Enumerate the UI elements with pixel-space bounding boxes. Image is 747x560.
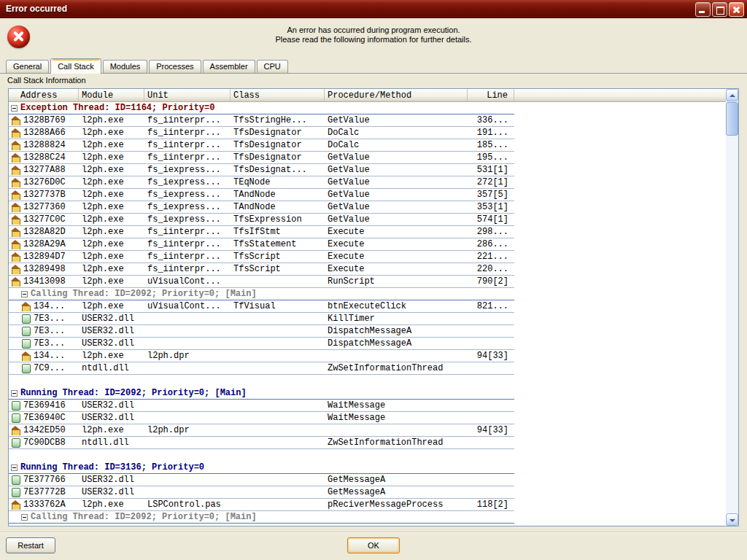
stack-entry-row[interactable]: 13277A88l2ph.exefs_iexpress...TfsDesigna… xyxy=(9,164,514,176)
stack-entry-row[interactable]: 1327737Bl2ph.exefs_iexpress...TAndNodeGe… xyxy=(9,189,514,201)
thread-header-row[interactable]: Running Thread: ID=3136; Priority=0 xyxy=(9,462,514,474)
unit-cell: fs_iexpress... xyxy=(144,214,231,225)
stack-entry-row[interactable]: 13277C0Cl2ph.exefs_iexpress...TfsExpress… xyxy=(9,214,514,226)
module-cell: l2ph.exe xyxy=(79,177,144,187)
stack-entry-row[interactable]: 1342ED50l2ph.exel2ph.dpr94[33] xyxy=(9,424,514,437)
module-exe-icon xyxy=(11,166,20,174)
class-cell: TfsDesignat... xyxy=(231,165,325,175)
scrollbar-thumb[interactable] xyxy=(726,102,738,136)
section-label: Call Stack Information xyxy=(7,76,86,85)
line-cell: 574[1] xyxy=(468,214,514,225)
thread-header-row[interactable]: Calling Thread: ID=2092; Priority=0; [Ma… xyxy=(9,511,514,524)
stack-entry-row[interactable]: 7C9...ntdll.dllZwSetInformationThread xyxy=(9,362,514,375)
stack-entry-row[interactable]: 7E377766USER32.dllGetMessageA xyxy=(9,474,514,486)
address-text: 13277C0C xyxy=(23,214,66,225)
column-header-module[interactable]: Module xyxy=(79,89,144,101)
stack-entry-row[interactable]: 7E3...USER32.dllDispatchMessageA xyxy=(9,338,514,350)
thread-header-label: Running Thread: ID=2092; Priority=0; [Ma… xyxy=(20,388,247,398)
address-text: 1333762A xyxy=(23,499,66,510)
module-cell: l2ph.exe xyxy=(79,425,144,435)
address-cell: 7C90DCB8 xyxy=(9,438,79,448)
module-exe-icon xyxy=(11,252,20,261)
restart-button[interactable]: Restart xyxy=(6,537,55,553)
address-cell: 7E377766 xyxy=(9,475,79,485)
stack-entry-row[interactable]: 1328B769l2ph.exefs_iinterpr...TfsStringH… xyxy=(9,114,514,127)
tab-cpu[interactable]: CPU xyxy=(257,60,288,73)
titlebar[interactable]: Error occurred xyxy=(0,0,747,18)
error-message-line2: Please read the following information fo… xyxy=(0,35,747,44)
procedure-cell: ZwSetInformationThread xyxy=(325,363,468,373)
column-header-unit[interactable]: Unit xyxy=(144,89,231,101)
collapse-icon[interactable] xyxy=(11,390,18,397)
stack-entry-row[interactable]: 13413098l2ph.exeuVisualCont...RunScript7… xyxy=(9,276,514,288)
unit-cell: fs_iinterpr... xyxy=(144,152,231,163)
address-text: 13277360 xyxy=(23,202,66,212)
address-cell: 7C9... xyxy=(9,363,79,373)
tab-processes[interactable]: Processes xyxy=(149,60,201,73)
module-exe-icon xyxy=(11,228,20,236)
module-dll-icon xyxy=(11,488,20,497)
stack-entry-row[interactable]: 7E37772BUSER32.dllGetMessageA xyxy=(9,486,514,499)
address-cell: 7E3... xyxy=(9,314,79,324)
tab-modules[interactable]: Modules xyxy=(103,60,148,73)
procedure-cell: ZwSetInformationThread xyxy=(325,438,468,448)
stack-entry-row[interactable]: 13276D0Cl2ph.exefs_iexpress...TEqNodeGet… xyxy=(9,176,514,189)
stack-entry-row[interactable]: 13288824l2ph.exefs_iinterpr...TfsDesigna… xyxy=(9,139,514,152)
line-cell: 118[2] xyxy=(468,499,514,510)
stack-entry-row[interactable]: 7E369416USER32.dllWaitMessage xyxy=(9,400,514,412)
stack-entry-row[interactable]: 7E3...USER32.dllKillTimer xyxy=(9,313,514,325)
close-button[interactable] xyxy=(729,2,744,17)
line-cell: 336... xyxy=(468,115,514,125)
column-header-line[interactable]: Line xyxy=(468,89,514,101)
stack-entry-row[interactable]: 134...l2ph.exeuVisualCont...TfVisualbtnE… xyxy=(9,300,514,313)
stack-entry-row[interactable]: 7C90DCB8ntdll.dllZwSetInformationThread xyxy=(9,437,514,449)
spacer-row xyxy=(9,375,514,387)
stack-entry-row[interactable]: 132894D7l2ph.exefs_iinterpr...TfsScriptE… xyxy=(9,251,514,263)
tab-general[interactable]: General xyxy=(6,60,49,73)
stack-entry-row[interactable]: 7E36940CUSER32.dllWaitMessage xyxy=(9,412,514,424)
stack-entry-row[interactable]: 13277360l2ph.exefs_iexpress...TAndNodeGe… xyxy=(9,201,514,214)
stack-entry-row[interactable]: 7E3...USER32.dllDispatchMessageA xyxy=(9,325,514,338)
collapse-icon[interactable] xyxy=(11,105,18,112)
scroll-up-button[interactable] xyxy=(726,89,738,101)
column-header-address[interactable]: Address xyxy=(9,89,79,101)
procedure-cell: WaitMessage xyxy=(325,413,468,423)
maximize-button[interactable] xyxy=(712,2,727,17)
procedure-cell: GetMessageA xyxy=(325,487,468,497)
class-cell: TfsStringHe... xyxy=(231,115,325,125)
line-cell: 272[1] xyxy=(468,177,514,187)
tab-call-stack[interactable]: Call Stack xyxy=(50,58,101,74)
stack-entry-row[interactable]: 134...l2ph.exel2ph.dpr94[33] xyxy=(9,350,514,362)
address-text: 13289498 xyxy=(23,264,66,274)
stack-entry-row[interactable]: 13288A66l2ph.exefs_iinterpr...TfsDesigna… xyxy=(9,127,514,139)
address-text: 13277A88 xyxy=(23,165,66,175)
column-header-procedure-method[interactable]: Procedure/Method xyxy=(325,89,468,101)
thread-header-row[interactable]: Calling Thread: ID=2092; Priority=0; [Ma… xyxy=(9,288,514,300)
vertical-scrollbar[interactable] xyxy=(726,89,738,526)
collapse-icon[interactable] xyxy=(21,291,28,298)
unit-cell: fs_iexpress... xyxy=(144,177,231,187)
collapse-icon[interactable] xyxy=(21,514,28,521)
ok-button[interactable]: OK xyxy=(347,537,400,553)
module-exe-icon xyxy=(11,153,20,162)
module-cell: USER32.dll xyxy=(79,487,144,497)
address-text: 134... xyxy=(33,301,65,311)
address-cell: 7E369416 xyxy=(9,400,79,411)
thread-header-row[interactable]: Running Thread: ID=2092; Priority=0; [Ma… xyxy=(9,387,514,400)
tab-assembler[interactable]: Assembler xyxy=(203,60,255,73)
column-header-class[interactable]: Class xyxy=(231,89,325,101)
stack-entry-row[interactable]: 13289498l2ph.exefs_iinterpr...TfsScriptE… xyxy=(9,263,514,276)
minimize-button[interactable] xyxy=(695,2,711,17)
address-text: 7E3... xyxy=(33,338,65,349)
scroll-down-button[interactable] xyxy=(726,513,738,526)
module-exe-icon xyxy=(11,116,20,125)
address-text: 1327737B xyxy=(23,190,66,200)
stack-entry-row[interactable]: 1333762Al2ph.exeLSPControl.paspReciverMe… xyxy=(9,499,514,511)
thread-header-row[interactable]: Exception Thread: ID=1164; Priority=0 xyxy=(9,102,514,114)
line-cell: 220... xyxy=(468,264,514,274)
stack-entry-row[interactable]: 1328A29Al2ph.exefs_iinterpr...TfsStateme… xyxy=(9,238,514,251)
stack-entry-row[interactable]: 1328A82Dl2ph.exefs_iinterpr...TfsIfStmtE… xyxy=(9,226,514,238)
line-cell: 286... xyxy=(468,239,514,249)
collapse-icon[interactable] xyxy=(11,464,18,471)
stack-entry-row[interactable]: 13288C24l2ph.exefs_iinterpr...TfsDesigna… xyxy=(9,152,514,164)
